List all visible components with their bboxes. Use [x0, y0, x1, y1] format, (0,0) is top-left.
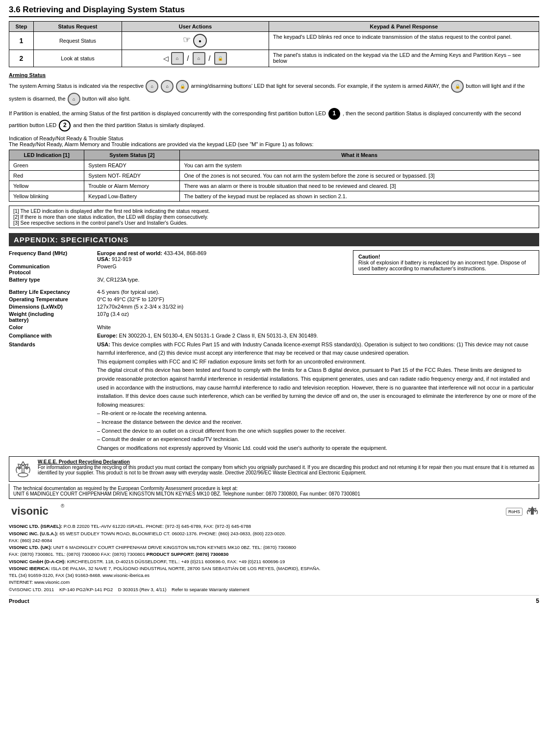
arrow-left-icon: ◁: [163, 54, 169, 62]
svg-point-0: [18, 473, 28, 477]
recycling-content: W.E.E.E. Product Recycling Declaration F…: [38, 459, 535, 475]
spec-comm-value: PowerG: [97, 263, 343, 275]
recycle-badge-icon: [525, 505, 539, 519]
technical-doc-line1: The technical documentation as required …: [13, 486, 535, 491]
arming-status-section: Arming Status The system Arming Status i…: [9, 72, 539, 131]
visonic-logo: visonic ®: [9, 502, 68, 519]
key-icon-1: ⌂: [171, 52, 184, 65]
step-1: 1: [9, 32, 34, 50]
response-2: The panel's status is indicated on the k…: [269, 50, 539, 67]
table-row: 2 Look at status ◁ ⌂ / ⌂ / 🔒 The panel's…: [9, 50, 539, 67]
spec-battery-life-label: Battery Life Expectancy: [9, 289, 97, 295]
spec-dim: Dimensions (LxWxD) 127x70x24mm (5 x 2-3/…: [9, 304, 539, 310]
arming-icon-2: ⌂: [161, 80, 174, 93]
meaning-low-battery: The battery of the keypad must be replac…: [180, 191, 539, 202]
footer-area: visonic ® RoHS VISONIC LTD. (ISRAEL): P.…: [9, 502, 539, 604]
spec-battery-label: Battery type: [9, 277, 97, 283]
ready-status-section: Indication of Ready/Not Ready & Trouble …: [9, 135, 539, 228]
spec-battery-life-value: 4-5 years (for typical use).: [97, 289, 539, 295]
spec-color-label: Color: [9, 324, 97, 330]
status-not-ready: System NOT- READY: [84, 171, 180, 181]
footnote-3: [3] See respective sections in the contr…: [13, 220, 535, 226]
spec-compliance-value: Europe: EN 300220-1, EN 50130-4, EN 5013…: [97, 332, 539, 452]
arming-icon-1: ⌂: [146, 80, 158, 93]
ready-status-title: Indication of Ready/Not Ready & Trouble …: [9, 135, 539, 141]
footer-line-4: FAX: (0870) 7300801. TEL: (0870) 7300800…: [9, 551, 539, 558]
col-user-actions: User Actions: [122, 22, 269, 32]
specs-container: Caution! Risk of explosion if battery is…: [9, 250, 539, 332]
footer-line-9: ©VISONIC LTD. 2011 KP-140 PG2/KP-141 PG2…: [9, 586, 539, 593]
led-green: Green: [9, 160, 84, 171]
footer-line-7: TEL (34) 91659-3120, FAX (34) 91663-8468…: [9, 572, 539, 579]
spec-dim-label: Dimensions (LxWxD): [9, 304, 97, 310]
spec-temp: Operating Temperature 0°C to 49°C (32°F …: [9, 296, 539, 302]
led-yellow-blink: Yellow blinking: [9, 191, 84, 202]
col-status-request: Status Request: [34, 22, 122, 32]
response-1: The keypad's LED blinks red once to indi…: [269, 32, 539, 50]
spec-frequency-label: Frequency Band (MHz): [9, 250, 97, 262]
action-1: ☞ ●: [122, 32, 269, 50]
key-icon-3: 🔒: [214, 52, 227, 65]
away-button-icon: 🔒: [451, 80, 464, 93]
footer-addresses: VISONIC LTD. (ISRAEL): P.O.B 22020 TEL-A…: [9, 523, 539, 593]
step-2: 2: [9, 50, 34, 67]
footer-line-2: VISONIC INC. (U.S.A.): 65 WEST DUDLEY TO…: [9, 530, 539, 537]
caution-box: Caution! Risk of explosion if battery is…: [353, 250, 539, 275]
logo-svg: visonic ®: [9, 502, 68, 519]
appendix-section: APPENDIX: SPECIFICATIONS Caution! Risk o…: [9, 233, 539, 452]
led-red: Red: [9, 171, 84, 181]
footer-line-1: VISONIC LTD. (ISRAEL): P.O.B 22020 TEL-A…: [9, 523, 539, 530]
status-table: LED Indication [1] System Status [2] Wha…: [9, 150, 539, 202]
recycling-text: For information regarding the recycling …: [38, 465, 535, 475]
caution-title: Caution!: [358, 254, 534, 260]
footnote-1: [1] The LED indication is displayed afte…: [13, 208, 535, 214]
footer-line-3: VISONIC LTD. (UK): UNIT 6 MADINGLEY COUR…: [9, 544, 539, 551]
arming-para1: The system Arming Status is indicated vi…: [9, 80, 539, 105]
spec-comm-label: CommunicationProtocol: [9, 263, 97, 275]
status-ready: System READY: [84, 160, 180, 171]
spec-battery-value: 3V, CR123A type.: [97, 277, 539, 283]
meaning-header: What it Means: [180, 150, 539, 160]
spec-compliance: Compliance withStandards Europe: EN 3002…: [9, 332, 539, 452]
ready-status-intro: The Ready/Not Ready, Alarm Memory and Tr…: [9, 141, 539, 147]
spec-compliance-label: Compliance withStandards: [9, 332, 97, 349]
svg-text:®: ®: [61, 503, 65, 509]
appendix-title: APPENDIX: SPECIFICATIONS: [9, 233, 539, 246]
spec-color-value: White: [97, 324, 539, 330]
section-title: 3.6 Retrieving and Displaying System Sta…: [9, 5, 539, 17]
recycling-box: W.E.E.E. Product Recycling Declaration F…: [9, 456, 539, 482]
arming-status-title: Arming Status: [9, 72, 539, 78]
spec-temp-value: 0°C to 49°C (32°F to 120°F): [97, 296, 539, 302]
recycling-icon: [13, 459, 33, 479]
col-step: Step: [9, 22, 34, 32]
disarm-button-icon: ⌂: [68, 93, 80, 105]
footnotes: [1] The LED indication is displayed afte…: [9, 206, 539, 228]
status-trouble: Trouble or Alarm Memory: [84, 181, 180, 191]
key-icon-2: ⌂: [193, 52, 205, 65]
table-row: Green System READY You can arm the syste…: [9, 160, 539, 171]
partition-led-1: 1: [328, 108, 340, 120]
spec-temp-label: Operating Temperature: [9, 296, 97, 302]
rohs-badge: RoHS: [506, 508, 523, 516]
technical-doc-line2: UNIT 6 MADINGLEY COURT CHIPPENHAM DRIVE …: [13, 491, 535, 496]
compliance-section: Compliance withStandards Europe: EN 3002…: [9, 332, 539, 452]
footer-line-2b: FAX: (860) 242-8084: [9, 537, 539, 544]
spec-comm: CommunicationProtocol PowerG: [9, 263, 343, 275]
spec-battery-life: Battery Life Expectancy 4-5 years (for t…: [9, 289, 539, 295]
spec-weight-label: Weight (includingbattery): [9, 311, 97, 323]
caution-text: Risk of explosion if battery is replaced…: [358, 260, 534, 271]
spec-battery: Battery type 3V, CR123A type.: [9, 277, 539, 283]
action-2: ◁ ⌂ / ⌂ / 🔒: [122, 50, 269, 67]
meaning-not-ready: One of the zones is not secured. You can…: [180, 171, 539, 181]
footer-line-8: INTERNET: www.visonic.com: [9, 579, 539, 586]
main-table: Step Status Request User Actions Keypad …: [9, 21, 539, 67]
request-2: Look at status: [34, 50, 122, 67]
arming-para2: If Partition is enabled, the arming Stat…: [9, 108, 539, 131]
meaning-ready: You can arm the system: [180, 160, 539, 171]
table-row: Yellow blinking Keypad Low-Battery The b…: [9, 191, 539, 202]
spec-weight-value: 107g (3.4 oz): [97, 311, 539, 323]
finger-icon: ☞: [183, 35, 191, 45]
technical-doc-box: The technical documentation as required …: [9, 484, 539, 499]
partition-led-2: 2: [59, 120, 71, 131]
table-row: Red System NOT- READY One of the zones i…: [9, 171, 539, 181]
